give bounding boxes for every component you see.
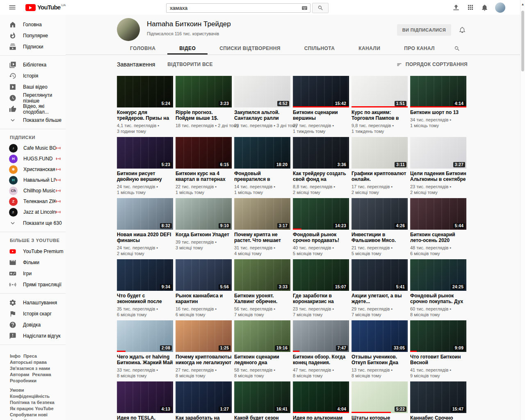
sort-button[interactable]: ПОРЯДОК СОРТУВАННЯ — [396, 62, 468, 68]
search-input[interactable] — [166, 3, 310, 13]
tab-home[interactable]: ГОЛОВНА — [118, 42, 167, 55]
video-card[interactable]: 3:36Как трейдеру создать свой фонд на Pr… — [293, 137, 349, 195]
video-card[interactable]: 15:07Где заработки в коронакризис на фон… — [293, 259, 349, 317]
video-card[interactable]: 9:09Что готовит Биткоин Весной41 тис. пе… — [410, 320, 466, 379]
subscription-channel[interactable]: ♪Cafe Music BGM c... — [0, 143, 66, 153]
footer-link[interactable]: Конфіденційність — [10, 393, 50, 399]
sidebar-item-premium[interactable]: YouTube Premium — [0, 246, 66, 257]
subscription-channel[interactable]: ✽Христианская му... — [0, 164, 66, 175]
video-card[interactable]: 4:04Идея по альткоинам — [293, 381, 349, 420]
menu-icon[interactable] — [8, 3, 16, 11]
sidebar-item-history[interactable]: Історія — [0, 70, 66, 81]
video-title: Как трейдеру создать свой фонд на PrimeX… — [293, 171, 349, 182]
play-all-button[interactable]: ВІДТВОРИТИ ВСЕ — [167, 62, 213, 67]
channel-bell-icon[interactable] — [459, 26, 466, 34]
sidebar-item-gaming[interactable]: Ігри — [0, 268, 66, 279]
footer-link[interactable]: Умови — [10, 387, 24, 393]
subscription-channel[interactable]: HHUGS.FUND — [0, 153, 66, 164]
video-card[interactable]: 4:26Инвестиции в Фальшивое Мясо. Тесла с… — [352, 198, 408, 256]
video-card[interactable]: 5:23Биткоин рисует двойную вершину24 тис… — [117, 137, 173, 195]
sidebar-item-help[interactable]: Довідка — [0, 319, 66, 330]
sidebar-item-settings[interactable]: Налаштування — [0, 297, 66, 308]
youtube-logo[interactable]: YouTube UA — [25, 3, 66, 11]
video-card[interactable]: 3:33Биткоин уронят. Халвинг обречен.56 т… — [234, 259, 290, 317]
video-card[interactable]: 4:52Закупился альтой. Сантаклаус ралли п… — [234, 76, 290, 134]
video-card[interactable]: 19:16Биткоин сценарии ледяного дна58 тис… — [234, 320, 290, 379]
video-card[interactable]: 5:44Биткоин сценарий лето-осень 202048 т… — [410, 198, 466, 256]
page-scrollbar[interactable]: ▲ — [520, 0, 525, 420]
video-duration: 3:33 — [277, 284, 289, 290]
footer-link[interactable]: Зв'язатися з нами — [10, 365, 50, 372]
video-card[interactable]: 5:24Конкурс для трейдеров. Призы на 500 … — [117, 76, 173, 134]
video-card[interactable]: 4:14Биткоин шорт по 1334 тис. переглядів… — [410, 76, 466, 134]
sidebar-item-report-history[interactable]: Історія скарг — [0, 308, 66, 319]
video-card[interactable]: 14:23Фондовый рынок срочно продавать! Би… — [293, 198, 349, 256]
scrollbar-thumb[interactable] — [521, 11, 524, 71]
footer-link[interactable]: Авторам — [10, 372, 30, 378]
upload-icon[interactable] — [452, 3, 460, 11]
video-card[interactable]: 8:32Новая ниша 2020 DEFI финансы24 тис. … — [117, 198, 173, 256]
video-card[interactable]: 6:15Биткоин курс на 4 квартал в паттерна… — [176, 137, 232, 195]
subscribed-button[interactable]: ВИ ПІДПИСАЛИСЯ — [397, 24, 451, 36]
footer-link[interactable]: Авторські права — [10, 359, 47, 365]
video-card[interactable]: 24:25Фондовый рынок срочно покупать. Дух… — [410, 259, 466, 317]
tab-playlists[interactable]: СПИСКИ ВІДТВОРЕННЯ — [208, 42, 292, 55]
tab-about[interactable]: ПРО КАНАЛ — [392, 42, 447, 55]
video-title: Закупился альтой. Сантаклаус ралли после… — [234, 110, 290, 121]
sidebar-item-liked-videos[interactable]: Відео, які сподобал... — [0, 103, 66, 114]
footer-link[interactable]: Преса — [23, 353, 37, 359]
keyboard-icon[interactable] — [301, 5, 308, 11]
sidebar-item-live[interactable]: Прямі трансляції — [0, 279, 66, 290]
sidebar-item-movies[interactable]: Фільми — [0, 257, 66, 268]
subscription-channel[interactable]: ННавальный LIVE — [0, 175, 66, 185]
video-card[interactable]: 16:41Какой будет сезон альтов. — [234, 381, 290, 420]
footer-link[interactable]: Як працює YouTube — [10, 406, 54, 412]
video-card[interactable]: 18:20Фондовый превратился в ФОРЕКС. Урок… — [234, 137, 290, 195]
video-card[interactable]: 5:41Акции улетают, а вы ждете...29 тис. … — [352, 259, 408, 317]
video-card[interactable]: 3:27Цели падения Биткоин Альткоины в сен… — [410, 137, 466, 195]
footer-link[interactable]: Політика та безпека — [10, 399, 55, 406]
video-card[interactable]: 5:22Штаты которые — [352, 381, 408, 420]
video-card[interactable]: 33:05Отзывы учеников. Откуп Биткоин Дна … — [352, 320, 408, 379]
sidebar-item-feedback[interactable]: Надіслати відгук — [0, 330, 66, 341]
search-button[interactable] — [312, 3, 329, 13]
sidebar-item-library[interactable]: Бібліотека — [0, 59, 66, 70]
user-avatar[interactable] — [495, 2, 505, 13]
tab-channels[interactable]: КАНАЛИ — [347, 42, 392, 55]
video-card[interactable]: 1:25Почему криптовалюты никогда не легал… — [176, 320, 232, 379]
video-card[interactable]: 4:13Идея по TESLA, которая как — [117, 381, 173, 420]
footer-link[interactable]: Розробники — [10, 378, 37, 384]
tab-videos[interactable]: ВІДЕО — [167, 42, 208, 55]
sidebar-item-home[interactable]: Головна — [0, 19, 66, 30]
video-card[interactable]: 1:51Курс по акциям: Торговля Пампов в Ко… — [352, 76, 408, 134]
apps-icon[interactable] — [467, 4, 474, 11]
subscription-channel[interactable]: ♬Jazz at Lincoln Ce... — [0, 207, 66, 217]
video-card[interactable]: 3:11Графики криптовалют онлайн. Трейдинг… — [352, 137, 408, 195]
video-card[interactable]: 7:47Биткоин обзор. Когда конец падения.4… — [293, 320, 349, 379]
video-card[interactable]: 3:23Ripple прогноз. Пойдем выше 1$.18 ти… — [176, 76, 232, 134]
video-card[interactable]: 9:10Когда Биткоин Упадет39 тис. перегляд… — [176, 198, 232, 256]
channel-search-icon[interactable] — [447, 42, 468, 55]
sidebar-item-show-more-subscriptions[interactable]: Показати ще 630 — [0, 217, 66, 228]
video-card[interactable]: 15:42Биткоин сценарии вершины27 тис. пер… — [293, 76, 349, 134]
footer-link[interactable]: Реклама — [32, 372, 51, 378]
footer-link[interactable]: Інфо — [10, 353, 21, 359]
subscription-channel[interactable]: ZТелеканал ZIK — [0, 196, 66, 207]
video-card[interactable]: 5:56Рынок каннабиса и карантин16 тис. пе… — [176, 259, 232, 317]
sidebar-item-your-videos[interactable]: Ваші відео — [0, 81, 66, 92]
footer-link[interactable]: Спробувати нові функції — [10, 412, 59, 420]
tab-community[interactable]: СПІЛЬНОТА — [292, 42, 347, 55]
subscription-channel[interactable]: ChChillhop Music — [0, 185, 66, 196]
channel-avatar[interactable] — [117, 18, 140, 41]
sidebar-item-watch-later[interactable]: Переглянути пізніше — [0, 92, 66, 103]
video-card[interactable]: 2:08Чего ждать от halving Биткоина. Жарк… — [117, 320, 173, 379]
video-card[interactable]: 1:27Как заработать на — [176, 381, 232, 420]
sidebar-item-show-more[interactable]: Показати більше — [0, 114, 66, 126]
video-card[interactable]: 9:34Что будет с экономикой после каранти… — [117, 259, 173, 317]
sidebar-item-subscriptions[interactable]: Підписки — [0, 41, 66, 52]
sidebar-item-trending[interactable]: Популярне — [0, 30, 66, 41]
video-card[interactable]: 3:17Почему крипта не растет. Что мешает … — [234, 198, 290, 256]
scrollbar-up-arrow[interactable]: ▲ — [520, 0, 525, 6]
video-card[interactable]: 15:47Каннабис Срочно Покупать! — [410, 381, 466, 420]
notifications-icon[interactable] — [481, 4, 488, 11]
